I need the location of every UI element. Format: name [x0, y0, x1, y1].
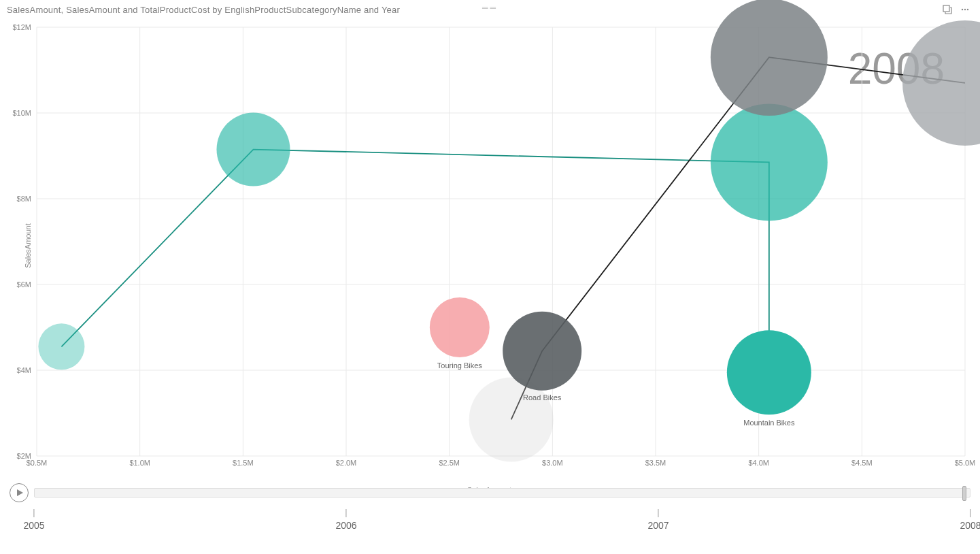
scatter-chart[interactable]: $0.5M$1.0M$1.5M$2.0M$2.5M$3.0M$3.5M$4.0M… — [7, 19, 972, 472]
timeline-year-label: 2008 — [960, 520, 980, 531]
svg-text:$4.5M: $4.5M — [851, 459, 873, 467]
bubble-road-bikes[interactable] — [503, 312, 581, 391]
svg-text:$8M: $8M — [17, 195, 31, 203]
bubble-touring-bikes[interactable] — [430, 297, 490, 357]
svg-text:$3.0M: $3.0M — [542, 459, 563, 467]
bubble-mountain-bikes[interactable] — [711, 103, 828, 221]
timeline-year-tick[interactable]: 2005 — [23, 509, 44, 531]
timeline-slider[interactable] — [34, 488, 970, 498]
timeline-handle[interactable] — [962, 486, 966, 501]
visual-grip-icon[interactable]: ══ — [482, 3, 498, 12]
svg-text:$12M: $12M — [12, 23, 31, 31]
svg-text:$1.0M: $1.0M — [129, 459, 150, 467]
chart-title: SalesAmount, SalesAmount and TotalProduc… — [7, 5, 400, 15]
svg-text:$2.0M: $2.0M — [336, 459, 357, 467]
bubble-mountain-bikes[interactable] — [38, 323, 84, 370]
svg-text:$10M: $10M — [12, 109, 31, 117]
svg-point-3 — [967, 9, 968, 10]
bubble-label: Mountain Bikes — [743, 419, 795, 427]
play-button[interactable] — [10, 483, 29, 502]
bubble-road-bikes[interactable] — [711, 0, 828, 116]
bubble-label: Touring Bikes — [437, 361, 483, 370]
play-axis: 2005200620072008 — [10, 483, 970, 542]
more-options-icon[interactable] — [960, 4, 970, 15]
bubble-mountain-bikes[interactable] — [727, 330, 811, 414]
svg-point-1 — [962, 9, 963, 10]
svg-text:$6M: $6M — [17, 280, 31, 289]
svg-text:$2.5M: $2.5M — [439, 459, 460, 467]
bubble-road-bikes[interactable] — [902, 20, 980, 146]
timeline-year-label: 2006 — [335, 520, 356, 531]
timeline-year-tick[interactable]: 2008 — [960, 509, 980, 531]
svg-text:$5.0M: $5.0M — [955, 459, 976, 467]
svg-text:$3.5M: $3.5M — [645, 459, 666, 467]
bubble-mountain-bikes[interactable] — [217, 113, 290, 186]
plot-area[interactable]: SalesAmount 2008 $0.5M$1.0M$1.5M$2.0M$2.… — [7, 19, 972, 472]
svg-text:$4.0M: $4.0M — [748, 459, 769, 467]
timeline-year-label: 2005 — [23, 520, 44, 531]
svg-text:$2M: $2M — [17, 452, 31, 460]
svg-text:$4M: $4M — [17, 366, 31, 374]
timeline-year-tick[interactable]: 2007 — [647, 509, 669, 531]
trace-mountain-bikes — [61, 150, 768, 373]
svg-text:$1.5M: $1.5M — [233, 459, 254, 467]
svg-point-2 — [964, 9, 966, 10]
timeline-ticks: 2005200620072008 — [34, 509, 970, 534]
focus-mode-icon[interactable] — [942, 4, 953, 15]
timeline-year-label: 2007 — [647, 520, 669, 531]
timeline-year-tick[interactable]: 2006 — [335, 509, 356, 531]
svg-rect-0 — [943, 5, 949, 12]
